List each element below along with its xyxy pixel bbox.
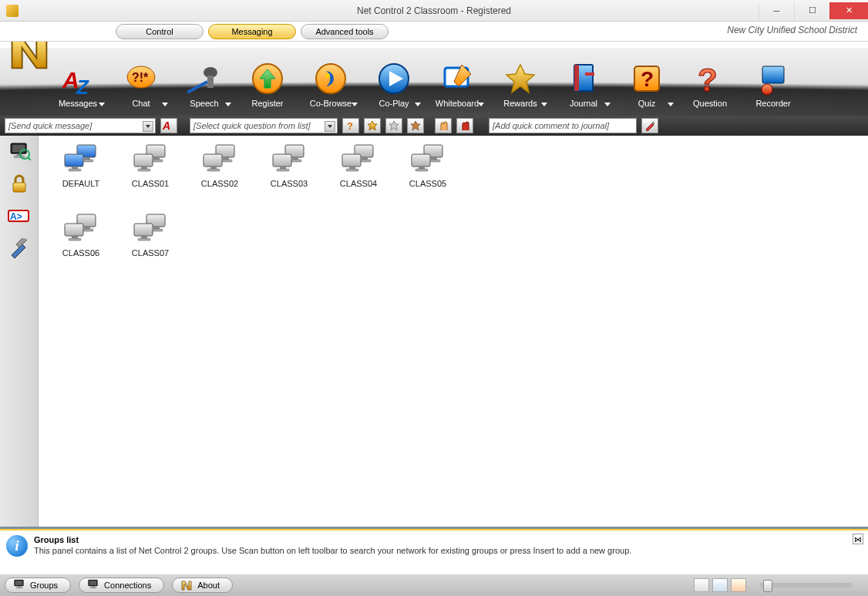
raise-hand-icon[interactable] [435,118,452,133]
group-icon [62,143,99,174]
svg-rect-69 [419,167,425,169]
svg-rect-74 [65,224,83,236]
rewards-icon [503,62,537,96]
zoom-slider[interactable] [760,583,853,588]
svg-rect-66 [431,157,437,160]
bottom-tab-groups[interactable]: Groups [5,577,71,593]
tab-messaging[interactable]: Messaging [208,24,296,39]
dropdown-arrow-icon[interactable] [162,103,168,106]
svg-rect-36 [84,157,90,160]
info-close-button[interactable]: ⋈ [853,534,863,544]
svg-rect-45 [141,167,147,169]
maximize-button[interactable]: ☐ [794,2,829,19]
dropdown-arrow-icon[interactable] [225,103,231,106]
question-icon: ? [693,62,727,96]
svg-rect-63 [349,167,355,169]
dropdown-arrow-icon[interactable] [541,103,547,106]
dropdown-icon[interactable] [143,121,153,132]
group-item[interactable]: CLASS04 [324,143,393,213]
svg-rect-9 [207,76,214,88]
ribbon-label: Messages [59,99,97,108]
group-item[interactable]: CLASS06 [46,213,116,282]
svg-point-13 [325,73,330,78]
svg-rect-29 [652,122,654,124]
svg-rect-68 [412,154,430,167]
status-icon-3[interactable] [731,578,746,592]
close-button[interactable]: ✕ [829,2,868,19]
dropdown-arrow-icon[interactable] [352,103,358,106]
group-item[interactable]: CLASS01 [116,143,185,213]
app-icon [6,5,19,17]
award-gold-icon[interactable] [364,118,381,133]
ribbon-cobrowse[interactable]: Co-Browse [299,46,362,113]
svg-line-31 [28,157,31,160]
svg-text:Z: Z [76,76,89,96]
ribbon-label: Quiz [638,99,656,108]
bottom-tab-connections[interactable]: Connections [79,577,164,593]
ribbon-register[interactable]: Register [236,46,299,113]
whiteboard-icon [440,62,474,96]
svg-text:?: ? [641,67,654,91]
dropdown-arrow-icon[interactable] [415,103,421,106]
bottom-tab-about[interactable]: About [172,577,233,593]
svg-rect-32 [13,183,25,192]
group-item[interactable]: CLASS03 [254,143,324,213]
dropdown-arrow-icon[interactable] [478,103,484,106]
award-bronze-icon[interactable] [407,118,424,133]
ribbon-recorder[interactable]: Recorder [742,46,805,113]
scan-icon[interactable] [7,140,32,162]
dropdown-arrow-icon[interactable] [99,103,105,106]
status-icon-1[interactable] [694,578,709,592]
quick-question-field[interactable]: [Select quick question from list] [190,118,338,133]
quick-journal-send-icon[interactable] [641,118,658,133]
ribbon-coplay[interactable]: Co-Play [362,46,426,113]
svg-rect-80 [134,224,153,236]
group-item[interactable]: CLASS02 [185,143,254,213]
quick-journal-field[interactable]: [Add quick comment to journal] [489,118,637,133]
svg-text:?: ? [347,120,353,131]
group-label: CLASS06 [62,248,99,258]
ribbon-whiteboard[interactable]: Whiteboard [426,46,489,113]
ribbon-messages[interactable]: AZMessages [46,46,109,113]
app-logo-icon [8,42,51,74]
ribbon-label: Whiteboard [436,99,479,108]
ribbon-label: Question [693,99,727,108]
minimize-button[interactable]: ─ [759,2,794,19]
dropdown-arrow-icon[interactable] [604,103,611,106]
stop-hand-icon[interactable] [456,118,473,133]
tab-control[interactable]: Control [116,24,204,39]
ribbon-rewards[interactable]: Rewards [489,46,552,113]
award-silver-icon[interactable] [385,118,402,133]
svg-rect-57 [280,167,286,169]
group-item[interactable]: CLASS05 [393,143,463,213]
ribbon-label: Speech [190,99,218,108]
svg-rect-17 [574,65,579,91]
ribbon-quiz[interactable]: ?Quiz [615,46,678,113]
groups-panel: DEFAULTCLASS01CLASS02CLASS03CLASS04CLASS… [39,136,868,527]
ribbon-speech[interactable]: Speech [173,46,236,113]
tab-advanced[interactable]: Advanced tools [301,24,389,39]
quick-message-field[interactable]: [Send quick message] [5,118,156,133]
ribbon-chat[interactable]: ?!*Chat [109,46,173,113]
group-item[interactable]: DEFAULT [46,143,116,213]
dropdown-arrow-icon[interactable] [668,103,674,106]
quick-question-send-icon[interactable]: ? [342,118,359,133]
quick-message-send-icon[interactable]: A [160,118,177,133]
ribbon-journal[interactable]: Journal [552,46,615,113]
svg-text:?: ? [698,62,718,96]
group-icon [340,143,377,174]
group-label: CLASS05 [409,179,446,188]
tools-icon[interactable] [7,237,32,259]
status-icon-2[interactable] [712,578,728,592]
rename-icon[interactable]: A> [7,205,32,227]
group-icon [62,213,99,244]
group-item[interactable]: CLASS07 [116,213,185,282]
svg-rect-38 [65,154,83,167]
dropdown-icon[interactable] [325,121,335,132]
quiz-icon: ? [630,62,664,96]
ribbon-question[interactable]: ?Question [678,46,742,113]
svg-marker-26 [368,121,377,130]
journal-icon [567,62,601,96]
group-label: CLASS03 [271,179,308,188]
lock-icon[interactable] [7,173,32,194]
